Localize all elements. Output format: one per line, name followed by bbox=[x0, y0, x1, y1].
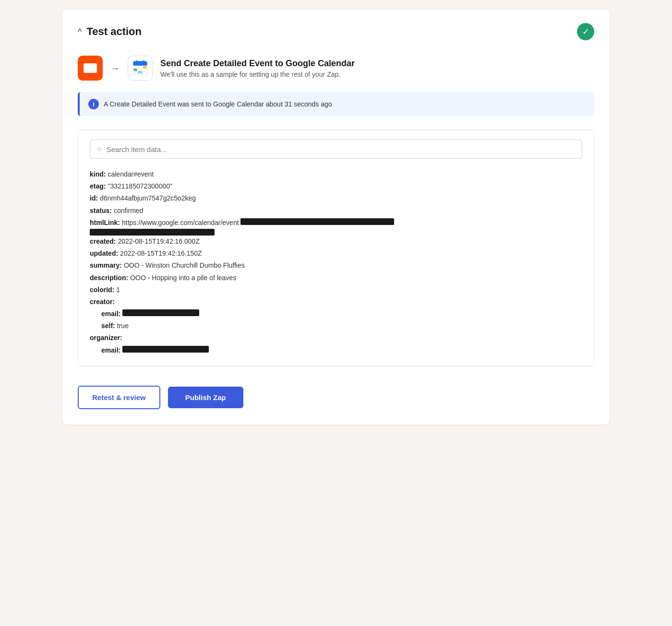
data-val: true bbox=[117, 320, 129, 332]
data-val: OOO - Winston Churchill Dumbo Fluffies bbox=[124, 260, 245, 272]
data-val: confirmed bbox=[114, 205, 143, 217]
svg-rect-3 bbox=[133, 64, 147, 66]
data-val: calendar#event bbox=[108, 168, 154, 180]
table-row: description: OOO - Hopping into a pile o… bbox=[90, 272, 582, 284]
data-key: summary: bbox=[90, 260, 122, 272]
search-input[interactable] bbox=[107, 145, 575, 154]
info-banner: i A Create Detailed Event was sent to Go… bbox=[78, 92, 594, 116]
data-key: status: bbox=[90, 205, 112, 217]
data-val: 1 bbox=[116, 284, 120, 296]
redacted-value bbox=[90, 229, 215, 236]
search-icon: ○ bbox=[97, 145, 102, 154]
table-row: htmlLink: https://www.google.com/calenda… bbox=[90, 217, 582, 229]
publish-zap-button[interactable]: Publish Zap bbox=[168, 387, 243, 408]
data-val: OOO - Hopping into a pile of leaves bbox=[130, 272, 236, 284]
table-row: colorId: 1 bbox=[90, 284, 582, 296]
app-info: Send Create Detailed Event to Google Cal… bbox=[160, 59, 355, 78]
table-row: creator: bbox=[90, 296, 582, 308]
chevron-up-icon: ^ bbox=[78, 27, 82, 37]
checkmark-icon: ✓ bbox=[582, 26, 589, 37]
data-val: d6nmh44afbjum7547g2c5o2keg bbox=[100, 192, 196, 204]
svg-rect-9 bbox=[134, 69, 137, 71]
table-row: updated: 2022-08-15T19:42:16.150Z bbox=[90, 248, 582, 260]
data-val: https://www.google.com/calendar/event bbox=[122, 217, 240, 229]
table-row: self: true bbox=[101, 320, 582, 332]
data-key: colorId: bbox=[90, 284, 114, 296]
data-key: kind: bbox=[90, 168, 106, 180]
action-buttons: Retest & review Publish Zap bbox=[78, 380, 594, 409]
nested-section: email: bbox=[101, 344, 582, 356]
data-key: id: bbox=[90, 192, 98, 204]
table-row: etag: "3321185072300000" bbox=[90, 180, 582, 192]
google-calendar-svg: 31 bbox=[132, 59, 149, 77]
info-icon: i bbox=[88, 99, 99, 109]
redacted-value bbox=[240, 218, 394, 225]
data-val: 2022-08-15T19:42:16.150Z bbox=[120, 248, 202, 260]
table-row: kind: calendar#event bbox=[90, 168, 582, 180]
data-key: updated: bbox=[90, 248, 118, 260]
data-key: description: bbox=[90, 272, 128, 284]
redacted-value bbox=[122, 346, 209, 353]
arrow-icon: → bbox=[110, 63, 120, 74]
table-row: id: d6nmh44afbjum7547g2c5o2keg bbox=[90, 192, 582, 204]
data-key: email: bbox=[101, 344, 120, 356]
data-val: "3321185072300000" bbox=[108, 180, 172, 192]
table-row: created: 2022-08-15T19:42:16.000Z bbox=[90, 236, 582, 248]
main-panel: ^ Test action ✓ → 31 bbox=[62, 10, 610, 425]
dest-app-icon: 31 bbox=[128, 56, 153, 81]
data-section: ○ kind: calendar#event etag: "3321185072… bbox=[78, 130, 594, 366]
info-text: A Create Detailed Event was sent to Goog… bbox=[104, 100, 332, 108]
data-key: etag: bbox=[90, 180, 106, 192]
svg-rect-12 bbox=[143, 60, 144, 63]
app-row: → 31 bbox=[78, 56, 594, 81]
action-subtitle: We'll use this as a sample for setting u… bbox=[160, 71, 355, 78]
data-key: htmlLink: bbox=[90, 217, 120, 229]
svg-rect-10 bbox=[143, 66, 146, 69]
data-key: self: bbox=[101, 320, 115, 332]
search-box[interactable]: ○ bbox=[90, 140, 582, 159]
retest-button[interactable]: Retest & review bbox=[78, 386, 160, 409]
header: ^ Test action ✓ bbox=[78, 23, 594, 40]
table-row: status: confirmed bbox=[90, 205, 582, 217]
svg-text:31: 31 bbox=[138, 70, 143, 74]
success-badge: ✓ bbox=[577, 23, 594, 40]
data-key: created: bbox=[90, 236, 116, 248]
redacted-value bbox=[122, 309, 199, 316]
data-key: email: bbox=[101, 308, 120, 320]
svg-rect-11 bbox=[136, 60, 138, 63]
source-app-icon bbox=[78, 56, 103, 81]
table-row: organizer: bbox=[90, 332, 582, 344]
action-title: Send Create Detailed Event to Google Cal… bbox=[160, 59, 355, 69]
table-row: email: bbox=[101, 344, 582, 356]
data-key: creator: bbox=[90, 296, 115, 308]
data-val: 2022-08-15T19:42:16.000Z bbox=[118, 236, 199, 248]
nested-section: email: self: true bbox=[101, 308, 582, 332]
table-row: email: bbox=[101, 308, 582, 320]
header-left: ^ Test action bbox=[78, 25, 142, 38]
data-table: kind: calendar#event etag: "332118507230… bbox=[90, 168, 582, 356]
data-key: organizer: bbox=[90, 332, 122, 344]
table-row: summary: OOO - Winston Churchill Dumbo F… bbox=[90, 260, 582, 272]
table-row bbox=[90, 229, 582, 236]
page-title: Test action bbox=[86, 25, 142, 38]
